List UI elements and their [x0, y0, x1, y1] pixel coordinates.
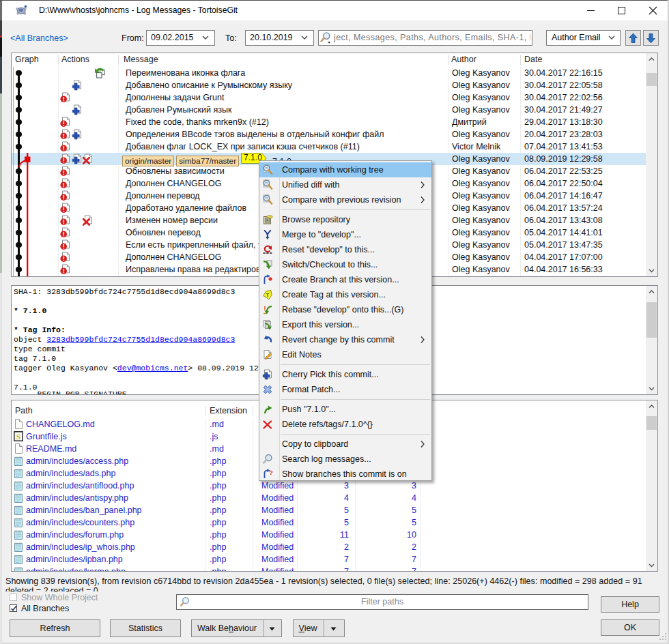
svg-text:?: ?	[269, 469, 273, 476]
svg-text:S: S	[16, 433, 20, 441]
svg-text:T: T	[266, 292, 270, 298]
svg-text:!: !	[264, 305, 266, 312]
